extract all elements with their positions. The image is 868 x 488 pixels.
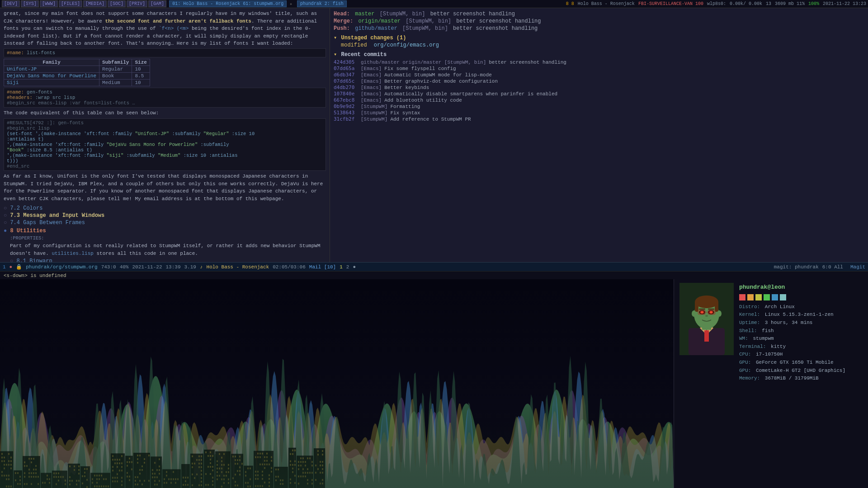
commit-hash: 07dd65a [334, 66, 358, 71]
status-lock: 🔒 [16, 264, 22, 270]
commit-row[interactable]: 07dd65c [Emacs] Better graphviz-dot mode… [334, 78, 864, 84]
sys-gpu-line: GPU: GeForce GTX 1650 Ti Mobile [739, 359, 863, 367]
window-1[interactable]: 01: Holo Bass - Rosenjack 61: stumpwm.or… [169, 0, 287, 7]
code-results: #RESULTS[4792 :]: gen-fonts #begin_src l… [4, 118, 326, 171]
commit-hash: 07dd65c [334, 78, 358, 84]
echo-text: <s-down> is undefined [4, 273, 66, 278]
font-size-1: 10 [132, 66, 150, 72]
tag-priv[interactable]: [PRIV] [127, 0, 147, 7]
svg-rect-22 [708, 310, 715, 314]
nav-item-utilities[interactable]: ● 8 Utilities [4, 228, 326, 234]
commit-row[interactable]: 667ebc8 [Emacs] Add bluetooth utility co… [334, 97, 864, 103]
cpu-value: i7-10750H [756, 352, 783, 357]
tag-www[interactable]: [WWW] [40, 0, 58, 7]
system-username: phundrak@leon [739, 283, 863, 292]
sys-shell-line: Shell: fish [739, 327, 863, 335]
info-panel: phundrak@leon Distro: Arch Linux Kernel:… [674, 279, 868, 488]
datetime: 2021-11-22 13:23 [823, 1, 866, 6]
font-size-3: 10 [132, 79, 150, 86]
commit-row[interactable]: 107840e [Emacs] Automatically disable sm… [334, 91, 864, 97]
left-panel: great, since my main font does not suppo… [0, 8, 330, 262]
font-subfamily-3: Medium [99, 79, 132, 86]
commit-msg: Better graphviz-dot mode configuration [384, 79, 498, 84]
status-ind3: 2 [346, 264, 349, 270]
commit-tags: [StumpWM] [361, 110, 387, 116]
magit-push-line: Push: github/master [StumpWM, bin] bette… [334, 25, 864, 32]
kernel-label: Kernel: [739, 312, 760, 317]
uptime-value: 3 hours, 34 mins [765, 320, 813, 325]
commit-row[interactable]: 5138643 [StumpWM] Fix syntax [334, 110, 864, 116]
color-dot-5 [772, 294, 778, 300]
commit-row[interactable]: d6db347 [Emacs] Automatic StumpWM mode f… [334, 72, 864, 78]
commit-tags: [StumpWM] [361, 117, 387, 122]
nav-item-message[interactable]: ○ 7.3 Message and Input Windows [4, 212, 326, 219]
memory-usage: 3609 mb 11% [775, 1, 805, 6]
svg-point-10 [692, 310, 696, 317]
push-prog: [StumpWM, bin] [402, 25, 448, 32]
window-2[interactable]: phundrak 2: fish [297, 0, 347, 7]
kernel-value: Linux 5.15.3-zen1-1-zen [765, 312, 834, 317]
topbar-right: 8 8 Holo Bass - Rosenjack FBI-SURVEILLAN… [566, 1, 866, 6]
color-palette [739, 294, 863, 300]
commit-row[interactable]: d4db270 [Emacs] Better keybinds [334, 84, 864, 90]
commit-msg: Fix some flyspell config [384, 66, 456, 71]
tag-media[interactable]: [MEDIA] [83, 0, 107, 7]
avatar [679, 283, 734, 337]
magit-unstaged-section[interactable]: ▾ Unstaged changes (1) modified org/conf… [334, 34, 864, 48]
tag-sys[interactable]: [SYS] [21, 0, 39, 7]
modified-file[interactable]: org/config/emacs.org [374, 42, 439, 48]
tag-files[interactable]: [FILES] [59, 0, 82, 7]
echo-area: <s-down> is undefined [0, 271, 868, 279]
commit-row[interactable]: 424d305 github/master origin/master [Stu… [334, 59, 864, 65]
commit-hash: 5138643 [334, 110, 358, 116]
network-name: FBI-SURVEILLANCE-VAN 100 [638, 1, 703, 6]
sys-uptime-line: Uptime: 3 hours, 34 mins [739, 319, 863, 327]
tag-list: [DEV] [SYS] [WWW] [FILES] [MEDIA] [SOC] … [2, 0, 347, 7]
distro-label: Distro: [739, 304, 760, 310]
status-time: 13:39 [166, 264, 181, 270]
commit-row[interactable]: 31cfb2f [StumpWM] Add reference to Stump… [334, 116, 864, 122]
status-mode: Magit [850, 264, 865, 270]
commit-row[interactable]: 07dd65a [Emacs] Fix some flyspell config [334, 66, 864, 71]
commit-hash: 31cfb2f [334, 116, 358, 122]
terminal-value: kitty [771, 344, 786, 349]
commit-tags: [Emacs] [361, 91, 382, 97]
commit-hash: d4db270 [334, 84, 358, 90]
status-percent: 40% [120, 264, 129, 270]
svg-point-11 [717, 310, 722, 317]
color-dot-3 [755, 294, 762, 300]
cpu-label: CPU: [739, 352, 751, 357]
sys-distro-line: Distro: Arch Linux [739, 303, 863, 311]
commit-row[interactable]: 0b9e9d2 [StumpWM] Formatting [334, 103, 864, 109]
status-clock: 02:05/03:06 [273, 264, 306, 270]
head-prog: [StumpWM, bin] [380, 11, 425, 17]
commits-list: 424d305 github/master origin/master [Stu… [334, 59, 864, 122]
commit-tags: [Emacs] [361, 85, 382, 90]
commit-msg: Fix syntax [390, 110, 420, 116]
modified-file-line: modified org/config/emacs.org [341, 42, 864, 48]
color-dot-2 [747, 294, 754, 300]
nav-item-binwarp[interactable]: ○ 8.1 Binwarp [10, 258, 326, 262]
commit-hash: d6db347 [334, 72, 358, 78]
right-panel: Head: master [StumpWM, bin] better scree… [330, 8, 868, 262]
unstaged-header: ▾ Unstaged changes (1) [334, 34, 864, 41]
tag-dev[interactable]: [DEV] [2, 0, 20, 7]
tag-soc[interactable]: [SOC] [108, 0, 126, 7]
col-size: Size [132, 59, 150, 66]
fonts-table: Family Subfamily Size Unifont-JP Regular… [4, 59, 150, 86]
commit-msg: Better keybinds [384, 85, 429, 90]
col-subfamily: Subfamily [99, 59, 132, 66]
color-dot-4 [764, 294, 770, 300]
nav-item-gaps[interactable]: ○ 7.4 Gaps Between Frames [4, 220, 326, 226]
terminal-label: Terminal: [739, 344, 766, 349]
sys-terminal-line: Terminal: kitty [739, 343, 863, 351]
magit-recent-commits-section[interactable]: ▾ Recent commits 424d305 github/master o… [334, 51, 864, 122]
nav-item-colors[interactable]: ○ 7.2 Colors [4, 205, 326, 211]
magit-refs: Head: master [StumpWM, bin] better scree… [334, 11, 864, 32]
tag-gam[interactable]: [GAM] [148, 0, 166, 7]
sys-wm-line: WM: stumpwm [739, 335, 863, 343]
svg-point-20 [705, 315, 708, 317]
font-subfamily-2: Book [99, 72, 132, 79]
avatar-svg [679, 283, 734, 355]
unstaged-title: Unstaged changes (1) [341, 35, 406, 41]
